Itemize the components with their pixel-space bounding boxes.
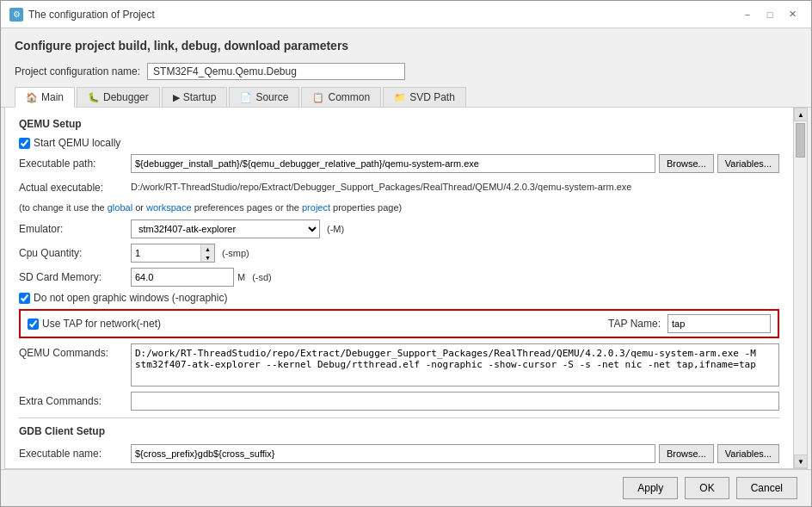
tab-source[interactable]: 📄 Source — [229, 87, 299, 107]
cancel-button[interactable]: Cancel — [736, 477, 797, 499]
extra-commands-control — [131, 392, 779, 411]
tap-right: TAP Name: — [608, 314, 771, 333]
gdb-executable-label: Executable name: — [19, 448, 131, 460]
no-graphic-checkbox[interactable] — [19, 293, 30, 304]
tab-main[interactable]: 🏠 Main — [15, 87, 75, 108]
cpu-quantity-label: Cpu Quantity: — [19, 247, 131, 259]
sd-card-label: SD Card Memory: — [19, 271, 131, 283]
emulator-label: Emulator: — [19, 223, 131, 235]
minimize-button[interactable]: − — [737, 6, 758, 23]
extra-commands-label: Extra Commands: — [19, 395, 131, 407]
actual-executable-label: Actual executable: — [19, 182, 131, 194]
debugger-tab-icon: 🐛 — [88, 92, 100, 103]
window-title: The configuration of Project — [28, 9, 155, 21]
executable-path-browse-button[interactable]: Browse... — [659, 154, 714, 173]
cpu-quantity-spinners: ▲ ▼ — [200, 244, 214, 262]
tab-startup[interactable]: ▶ Startup — [162, 87, 228, 107]
executable-path-row: Executable path: Browse... Variables... — [19, 154, 779, 173]
tab-svdpath-label: SVD Path — [409, 91, 455, 103]
actual-executable-value: D:/work/RT-ThreadStudio/repo/Extract/Deb… — [131, 182, 631, 192]
emulator-row: Emulator: stm32f407-atk-explorer (-M) — [19, 219, 779, 238]
main-window: ⚙ The configuration of Project − □ ✕ Con… — [0, 0, 812, 507]
gdb-browse-button[interactable]: Browse... — [659, 444, 714, 463]
sd-card-suffix: (-sd) — [252, 272, 272, 282]
executable-path-variables-button[interactable]: Variables... — [717, 154, 779, 173]
gdb-executable-input[interactable] — [131, 444, 655, 463]
tab-main-label: Main — [41, 91, 64, 103]
dialog-title: Configure project build, link, debug, do… — [15, 39, 797, 53]
tab-common[interactable]: 📋 Common — [301, 87, 381, 107]
titlebar-controls: − □ ✕ — [737, 6, 803, 23]
svdpath-tab-icon: 📁 — [394, 92, 406, 103]
actual-executable-control: D:/work/RT-ThreadStudio/repo/Extract/Deb… — [131, 182, 779, 194]
dialog-header: Configure project build, link, debug, do… — [1, 28, 811, 59]
project-link[interactable]: project — [302, 202, 330, 213]
qemu-commands-row: QEMU Commands: D:/work/RT-ThreadStudio/r… — [19, 343, 779, 386]
tap-name-input[interactable] — [667, 314, 771, 333]
start-qemu-checkbox[interactable] — [19, 138, 30, 149]
cpu-quantity-input[interactable] — [132, 244, 200, 262]
config-name-input[interactable] — [147, 63, 405, 80]
scrollbar: ▲ ▼ — [793, 108, 807, 468]
titlebar-left: ⚙ The configuration of Project — [9, 8, 155, 22]
bottom-buttons: Apply OK Cancel — [1, 469, 811, 506]
hint-text-before: (to change it use the — [19, 202, 108, 213]
ok-button[interactable]: OK — [685, 477, 729, 499]
scrollable-content: QEMU Setup Start QEMU locally Executable… — [5, 108, 793, 468]
gdb-client-title: GDB Client Setup — [19, 425, 779, 437]
scroll-down-button[interactable]: ▼ — [794, 454, 808, 468]
hint-text-middle: or — [132, 202, 146, 213]
extra-commands-input[interactable] — [131, 392, 779, 411]
qemu-setup-title: QEMU Setup — [19, 118, 779, 130]
tab-source-label: Source — [255, 91, 288, 103]
start-qemu-row: Start QEMU locally — [19, 137, 779, 149]
scrollbar-track — [794, 121, 807, 454]
executable-path-input[interactable] — [131, 154, 655, 173]
tap-name-label: TAP Name: — [608, 318, 661, 330]
common-tab-icon: 📋 — [312, 92, 324, 103]
executable-path-label: Executable path: — [19, 158, 131, 170]
config-name-label: Project configuration name: — [15, 65, 140, 77]
use-tap-row: Use TAP for network(-net) TAP Name: — [19, 309, 779, 338]
use-tap-label: Use TAP for network(-net) — [42, 318, 161, 330]
section-divider — [19, 417, 779, 418]
qemu-commands-textarea[interactable]: D:/work/RT-ThreadStudio/repo/Extract/Deb… — [131, 343, 779, 386]
maximize-button[interactable]: □ — [760, 6, 780, 23]
sd-card-row: SD Card Memory: M (-sd) — [19, 268, 779, 287]
cpu-quantity-row: Cpu Quantity: ▲ ▼ (-smp) — [19, 244, 779, 263]
tab-common-label: Common — [328, 91, 370, 103]
cpu-quantity-control: ▲ ▼ (-smp) — [131, 244, 779, 263]
cpu-quantity-suffix: (-smp) — [222, 248, 249, 258]
tab-svdpath[interactable]: 📁 SVD Path — [383, 87, 466, 107]
app-icon: ⚙ — [9, 8, 23, 22]
emulator-control: stm32f407-atk-explorer (-M) — [131, 219, 779, 238]
qemu-commands-label: QEMU Commands: — [19, 343, 131, 359]
apply-button[interactable]: Apply — [623, 477, 678, 499]
hint-text-after: properties page) — [330, 202, 402, 213]
emulator-select[interactable]: stm32f407-atk-explorer — [131, 219, 320, 238]
scrollbar-thumb[interactable] — [796, 123, 805, 158]
gdb-variables-button[interactable]: Variables... — [717, 444, 779, 463]
hint-text-middle2: preferences pages or the — [192, 202, 302, 213]
start-qemu-label: Start QEMU locally — [34, 137, 120, 149]
actual-executable-row: Actual executable: D:/work/RT-ThreadStud… — [19, 178, 779, 197]
sd-card-unit: M — [237, 272, 245, 282]
tap-left: Use TAP for network(-net) — [28, 318, 608, 330]
tab-debugger[interactable]: 🐛 Debugger — [77, 87, 160, 107]
startup-tab-icon: ▶ — [173, 92, 180, 103]
gdb-executable-row: Executable name: Browse... Variables... — [19, 444, 779, 463]
close-button[interactable]: ✕ — [782, 6, 803, 23]
source-tab-icon: 📄 — [240, 92, 252, 103]
global-link[interactable]: global — [108, 202, 132, 213]
extra-commands-row: Extra Commands: — [19, 392, 779, 411]
scroll-up-button[interactable]: ▲ — [794, 108, 808, 121]
emulator-suffix: (-M) — [327, 224, 344, 234]
tab-debugger-label: Debugger — [103, 91, 149, 103]
cpu-quantity-down-button[interactable]: ▼ — [201, 253, 214, 262]
sd-card-input[interactable] — [131, 268, 234, 287]
config-name-row: Project configuration name: — [1, 59, 811, 87]
cpu-quantity-up-button[interactable]: ▲ — [201, 244, 214, 253]
use-tap-checkbox[interactable] — [28, 318, 39, 330]
workspace-link[interactable]: workspace — [146, 202, 192, 213]
qemu-commands-control: D:/work/RT-ThreadStudio/repo/Extract/Deb… — [131, 343, 779, 386]
